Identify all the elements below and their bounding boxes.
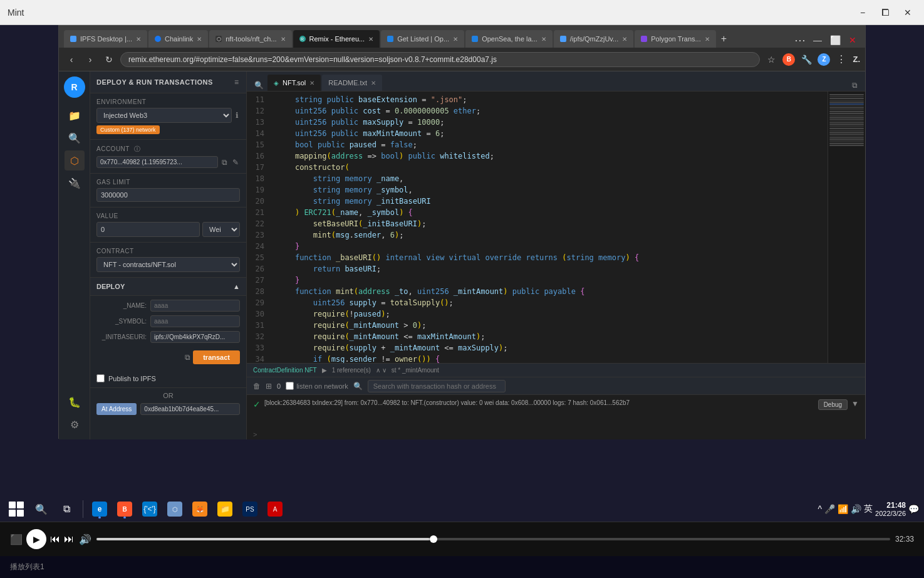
name-field-input[interactable] (150, 300, 240, 312)
edit-account-btn[interactable]: ✎ (231, 157, 240, 168)
taskbar-terminal-app[interactable]: PS (239, 498, 261, 520)
taskbar-edge-app[interactable]: e (88, 498, 111, 520)
tab-close-4[interactable]: ✕ (368, 36, 373, 43)
gas-limit-input[interactable] (96, 188, 240, 202)
browser-tab-3[interactable]: ⬡ nft-tools/nft_ch... ✕ (209, 30, 291, 48)
copy-transact-icon[interactable]: ⧉ (185, 353, 190, 362)
volume-icon[interactable]: 🔊 (79, 533, 91, 545)
sidebar-icon-deploy[interactable]: ⬡ (65, 150, 85, 171)
media-stop-btn[interactable]: ⬛ (10, 533, 23, 545)
editor-tab-nft[interactable]: ◈ NFT.sol ✕ (267, 75, 321, 91)
tray-chevron[interactable]: ^ (818, 504, 822, 514)
account-info-icon[interactable]: ⓘ (134, 145, 141, 152)
taskbar-ipfs-app[interactable]: ⬡ (164, 498, 186, 520)
initbaseuri-field-input[interactable] (150, 331, 240, 343)
browser-tab-5[interactable]: Get Listed | Op... ✕ (381, 30, 464, 48)
taskbar-vscode-app[interactable]: {'<'} (138, 498, 161, 520)
code-content[interactable]: string public baseExtension = ".json"; u… (269, 92, 828, 363)
minimize-button[interactable]: − (854, 4, 871, 21)
taskbar-metamask-app[interactable]: 🦊 (189, 498, 211, 520)
console-search-icon-btn[interactable]: 🔍 (353, 382, 363, 391)
tab-close-7[interactable]: ✕ (622, 36, 627, 43)
start-button[interactable] (5, 498, 28, 520)
editor-tab-readme[interactable]: README.txt ✕ (322, 75, 382, 91)
progress-thumb[interactable] (430, 535, 437, 543)
sidebar-icon-files[interactable]: 📁 (65, 105, 85, 125)
nft-tab-close[interactable]: ✕ (309, 80, 314, 87)
browser-menu-button[interactable]: ⋮ (834, 52, 849, 67)
close-button[interactable]: ✕ (899, 4, 916, 21)
browser-tab-2[interactable]: Chainlink ✕ (148, 30, 208, 48)
tray-notification-icon[interactable]: 💬 (908, 504, 919, 514)
browser-menu-btn[interactable]: ⋯ (792, 33, 807, 48)
restore-button[interactable]: ⧠ (876, 4, 894, 21)
console-clear-btn[interactable]: 🗑 (253, 382, 261, 391)
reload-button[interactable]: ↻ (101, 52, 117, 67)
extensions-button[interactable]: 🔧 (799, 52, 814, 67)
sidebar-icon-plugin[interactable]: 🔌 (65, 173, 85, 193)
tab-bar: IPFS Desktop |... ✕ Chainlink ✕ ⬡ nft-to… (59, 26, 865, 48)
tray-volume-icon[interactable]: 🔊 (851, 504, 861, 514)
system-clock[interactable]: 21:48 2022/3/26 (875, 501, 906, 517)
symbol-field-input[interactable] (150, 315, 240, 327)
bookmark-button[interactable]: ☆ (764, 52, 779, 67)
url-input[interactable] (120, 52, 760, 67)
tab-close-3[interactable]: ✕ (281, 36, 286, 43)
console-search-input[interactable] (368, 380, 506, 392)
value-unit-select[interactable]: Wei (202, 222, 240, 237)
tray-wifi-icon[interactable]: 📶 (838, 504, 848, 514)
copy-account-btn[interactable]: ⧉ (221, 157, 229, 168)
forward-button[interactable]: › (83, 52, 98, 67)
value-input[interactable] (96, 222, 200, 237)
console-entry-1: ✓ [block:26384683 txIndex:29] from: 0x77… (253, 397, 859, 412)
minimize-browser-btn[interactable]: — (810, 33, 825, 48)
taskbar-files-app[interactable]: 📁 (214, 498, 236, 520)
editor-search-btn[interactable]: 🔍 (252, 80, 266, 91)
taskbar-brave-app[interactable]: B (113, 498, 136, 520)
expand-entry-btn[interactable]: ▼ (851, 399, 859, 408)
publish-ipfs-checkbox[interactable] (96, 374, 105, 382)
tab-close-8[interactable]: ✕ (705, 36, 710, 43)
taskbar-taskview-btn[interactable]: ⧉ (55, 498, 78, 520)
tab-close-2[interactable]: ✕ (197, 36, 202, 43)
contract-select[interactable]: NFT - contracts/NFT.sol (96, 257, 240, 272)
media-next-btn[interactable]: ⏭ (64, 533, 74, 545)
sidebar-icon-settings[interactable]: ⚙ (65, 414, 85, 434)
panel-menu-btn[interactable]: ≡ (233, 76, 240, 88)
taskbar-acrobat-app[interactable]: A (264, 498, 286, 520)
console-filter-btn[interactable]: ⊞ (266, 382, 272, 391)
editor-split-btn[interactable]: ⧉ (849, 80, 860, 91)
tab-close-6[interactable]: ✕ (541, 36, 546, 43)
tray-lang-icon[interactable]: 英 (864, 503, 873, 515)
at-address-button[interactable]: At Address (96, 403, 137, 415)
sidebar-icon-debug[interactable]: 🐛 (65, 392, 85, 412)
tab-close-1[interactable]: ✕ (136, 36, 141, 43)
media-prev-btn[interactable]: ⏮ (50, 533, 60, 545)
close-browser-btn[interactable]: ✕ (845, 33, 860, 48)
progress-track[interactable] (96, 538, 890, 540)
maximize-browser-btn[interactable]: ⬜ (828, 33, 843, 48)
back-button[interactable]: ‹ (64, 52, 79, 67)
new-tab-button[interactable]: + (717, 30, 730, 48)
browser-tab-4[interactable]: R Remix - Ethereu... ✕ (293, 30, 380, 48)
listen-network-toggle[interactable]: listen on network (286, 382, 348, 390)
deploy-section-header[interactable]: DEPLOY ▲ (90, 278, 246, 296)
debug-button[interactable]: Debug (818, 399, 848, 410)
playlist-text: 播放列表1 (10, 562, 44, 572)
environment-select[interactable]: Injected Web3 (96, 108, 232, 123)
readme-tab-close[interactable]: ✕ (371, 80, 376, 87)
media-play-pause-btn[interactable]: ▶ (26, 529, 46, 549)
account-input[interactable] (96, 156, 218, 168)
browser-tab-7[interactable]: /ipfs/QmZzjUv... ✕ (554, 30, 633, 48)
browser-tab-8[interactable]: Polygon Trans... ✕ (635, 30, 716, 48)
listen-network-checkbox[interactable] (286, 382, 294, 390)
env-info-btn[interactable]: ℹ (234, 110, 240, 121)
tray-mic-icon[interactable]: 🎤 (824, 504, 835, 514)
transact-button[interactable]: transact (193, 350, 240, 364)
at-address-input[interactable] (140, 403, 240, 415)
taskbar-search-btn[interactable]: 🔍 (30, 498, 53, 520)
sidebar-icon-search[interactable]: 🔍 (65, 128, 85, 148)
tab-close-5[interactable]: ✕ (453, 36, 458, 43)
browser-tab-1[interactable]: IPFS Desktop |... ✕ (64, 30, 147, 48)
browser-tab-6[interactable]: OpenSea, the la... ✕ (465, 30, 553, 48)
